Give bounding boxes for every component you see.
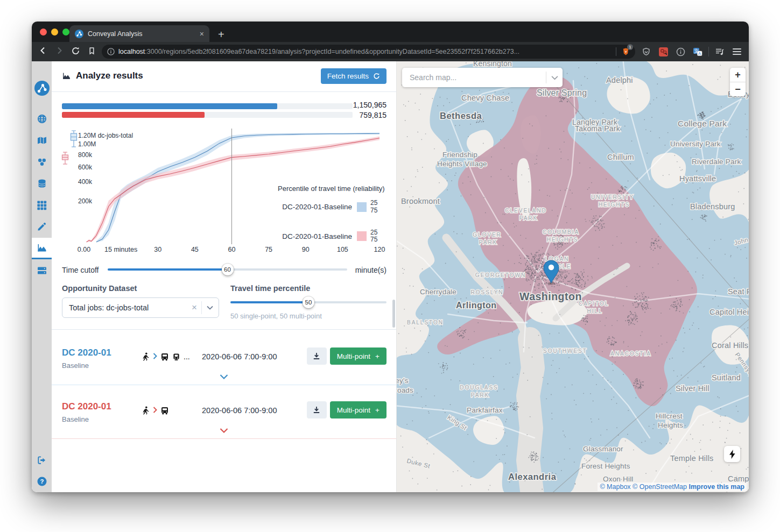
selected-dataset: Total jobs: dc-jobs-total xyxy=(69,303,187,312)
rail-icon xyxy=(172,353,180,361)
mapbox-link[interactable]: © Mapbox xyxy=(600,483,630,491)
map-label: Cherrydale xyxy=(420,288,456,296)
translate-icon[interactable]: 文A xyxy=(691,45,704,58)
sidebar-item-help[interactable]: ? xyxy=(32,471,52,492)
download-button[interactable] xyxy=(307,347,327,365)
back-icon[interactable] xyxy=(37,46,49,57)
reload-icon[interactable] xyxy=(69,46,81,58)
map-label: HEIGHTS xyxy=(547,237,578,243)
map-label: Bailey's xyxy=(397,377,409,385)
regional-bolt-button[interactable] xyxy=(724,446,740,462)
new-tab-button[interactable]: + xyxy=(218,29,224,40)
svg-text:600k: 600k xyxy=(78,164,93,171)
map-search[interactable] xyxy=(402,68,563,87)
map-label: DOUGLASS xyxy=(460,385,498,391)
osm-link[interactable]: © OpenStreetMap xyxy=(633,483,687,491)
close-window-button[interactable] xyxy=(40,29,47,36)
site-info-icon[interactable] xyxy=(107,48,115,55)
progress-value-red: 759,815 xyxy=(338,111,387,119)
fetch-results-button[interactable]: Fetch results xyxy=(321,68,387,84)
svg-text:15 minutes: 15 minutes xyxy=(104,246,137,253)
panel-scrollbar[interactable] xyxy=(392,300,395,328)
sidebar-item-sign-out[interactable] xyxy=(32,449,52,471)
zoom-out-button[interactable]: − xyxy=(730,82,746,96)
time-cutoff-unit: minute(s) xyxy=(355,266,387,274)
map-label: Takoma Park xyxy=(575,124,621,133)
sidebar-item-analyze[interactable] xyxy=(32,238,52,259)
map-label: Washington xyxy=(519,290,582,302)
svg-text:75: 75 xyxy=(265,246,272,253)
app-sidebar: ? xyxy=(32,61,52,492)
sidebar-item-grid[interactable] xyxy=(32,194,52,216)
maximize-window-button[interactable] xyxy=(62,29,69,36)
search-input[interactable] xyxy=(409,73,546,82)
time-cutoff-slider[interactable]: 60 xyxy=(108,264,347,275)
progress-value-blue: 1,150,965 xyxy=(338,101,387,109)
chart-area-icon xyxy=(37,243,47,253)
percentile-handle[interactable]: 50 xyxy=(303,296,314,308)
svg-text:120: 120 xyxy=(374,246,385,253)
chevron-sep-icon xyxy=(153,353,157,359)
playlist-icon[interactable] xyxy=(713,45,726,58)
sidebar-item-bundles[interactable] xyxy=(32,151,52,173)
chevron-down-icon[interactable] xyxy=(551,75,558,80)
opportunity-dataset-select[interactable]: Total jobs: dc-jobs-total × xyxy=(62,297,219,318)
svg-text:30: 30 xyxy=(154,246,161,253)
project-name[interactable]: DC 2020-01 xyxy=(62,347,143,358)
project-name[interactable]: DC 2020-01 xyxy=(62,401,143,412)
refresh-icon xyxy=(373,73,380,80)
expand-chevron-blue[interactable] xyxy=(220,372,228,381)
sidebar-item-opportunity-datasets[interactable] xyxy=(32,173,52,194)
sidebar-item-regional-analyses[interactable] xyxy=(32,260,52,281)
download-button[interactable] xyxy=(307,401,327,418)
sidebar-item-map[interactable] xyxy=(32,130,52,151)
url-text: localhost:3000/regions/5edb2f081609ea67d… xyxy=(118,48,612,55)
menu-icon[interactable] xyxy=(730,45,743,58)
map-label: SOUTHWEST xyxy=(543,348,587,354)
project-variant: Baseline xyxy=(62,415,143,423)
map-label: Seat P xyxy=(728,287,749,296)
chevron-down-icon[interactable] xyxy=(207,306,213,310)
map-label: Kensington xyxy=(473,61,512,68)
extension-shield-icon[interactable] xyxy=(640,45,652,58)
map-label: ANACOSTIA xyxy=(610,351,651,357)
conveyal-logo[interactable] xyxy=(32,77,52,99)
close-tab-icon[interactable]: × xyxy=(200,30,204,38)
minimize-window-button[interactable] xyxy=(51,29,58,36)
project-row-blue[interactable]: DC 2020-01 Baseline ... 2020-06-06 7:00-… xyxy=(52,340,396,385)
cluster-icon xyxy=(37,157,47,167)
map-container[interactable]: KensingtonSilver SpringChevy ChaseBethes… xyxy=(397,61,749,492)
map-label: Temple Hills xyxy=(670,454,714,463)
multi-point-button[interactable]: Multi-point+ xyxy=(330,401,387,418)
forward-icon[interactable] xyxy=(53,46,65,57)
progress-bar-blue-fill xyxy=(62,103,277,109)
svg-text:60: 60 xyxy=(228,246,236,253)
project-row-red[interactable]: DC 2020-01 Baseline 2020-06-06 7:00-9:00… xyxy=(52,394,396,439)
svg-text:90: 90 xyxy=(302,246,310,253)
multi-point-button[interactable]: Multi-point+ xyxy=(330,347,387,365)
address-field[interactable]: localhost:3000/regions/5edb2f081609ea67d… xyxy=(102,45,635,59)
map-label: HILL xyxy=(587,308,602,314)
improve-map-link[interactable]: Improve this map xyxy=(689,483,745,491)
map-label: Alexandria xyxy=(508,472,557,481)
clear-dataset-icon[interactable]: × xyxy=(187,302,201,313)
travel-time-percentile-slider[interactable]: 50 xyxy=(230,296,387,308)
time-cutoff-label: Time cutoff xyxy=(62,266,99,274)
time-cutoff-handle[interactable]: 60 xyxy=(222,264,234,275)
legend-row: DC-2020-01-Baseline 2575 xyxy=(278,200,397,215)
expand-chevron-red[interactable] xyxy=(220,425,228,435)
project-date: 2020-06-06 7:00-9:00 xyxy=(202,406,292,415)
chart-legend: Percentile of travel time (reliability) … xyxy=(278,185,397,244)
zoom-in-button[interactable]: + xyxy=(730,68,746,82)
extension-red-icon[interactable] xyxy=(657,45,670,58)
info-circle-icon[interactable] xyxy=(674,45,687,58)
sidebar-item-edit-modifications[interactable] xyxy=(32,216,52,237)
percentile-caption: 50 single-point, 50 multi-point xyxy=(230,312,322,320)
bookmark-icon[interactable] xyxy=(86,47,97,57)
page-title: Analyze results xyxy=(62,70,143,81)
sidebar-item-regions[interactable] xyxy=(32,108,52,130)
browser-tab[interactable]: Conveyal Analysis × xyxy=(69,25,209,42)
map-icon xyxy=(37,135,47,146)
map-attribution: © Mapbox © OpenStreetMap Improve this ma… xyxy=(598,483,747,491)
brave-shields-button[interactable]: 1 xyxy=(620,46,631,57)
